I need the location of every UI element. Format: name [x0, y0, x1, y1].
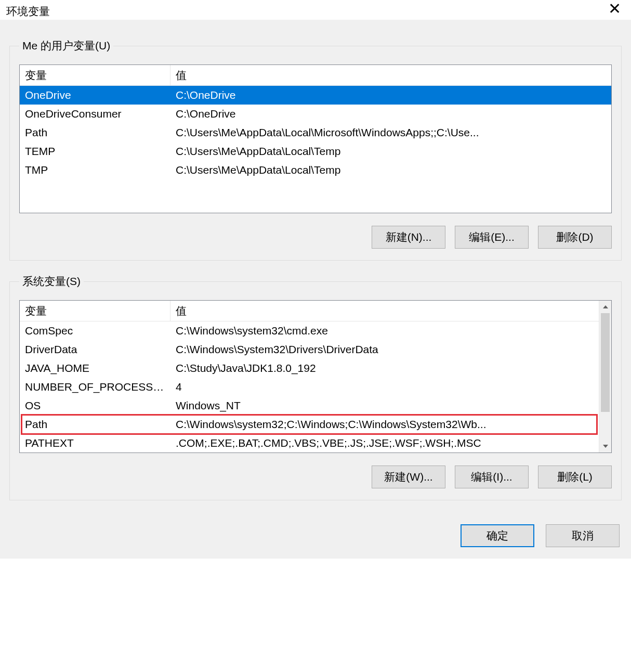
table-row[interactable]: NUMBER_OF_PROCESSORS4 — [20, 378, 599, 396]
ok-button[interactable]: 确定 — [461, 524, 534, 547]
cancel-button[interactable]: 取消 — [546, 524, 620, 547]
cell-value: C:\OneDrive — [170, 87, 611, 104]
table-row[interactable]: DriverDataC:\Windows\System32\Drivers\Dr… — [20, 340, 599, 359]
cell-value: .COM;.EXE;.BAT;.CMD;.VBS;.VBE;.JS;.JSE;.… — [170, 435, 599, 451]
env-vars-dialog: 环境变量 ✕ Me 的用户变量(U) 变量 值 OneDriveC:\OneDr… — [0, 0, 631, 559]
cell-variable: OS — [20, 397, 170, 414]
cell-variable: JAVA_HOME — [20, 360, 170, 377]
cell-variable: PATHEXT — [20, 435, 170, 451]
user-vars-list[interactable]: 变量 值 OneDriveC:\OneDriveOneDriveConsumer… — [19, 64, 612, 213]
user-vars-button-row: 新建(N)... 编辑(E)... 删除(D) — [19, 226, 612, 249]
col-header-value[interactable]: 值 — [170, 301, 599, 321]
window-title: 环境变量 — [6, 3, 50, 19]
user-delete-button[interactable]: 删除(D) — [538, 226, 612, 249]
system-vars-list[interactable]: 变量 值 ComSpecC:\Windows\system32\cmd.exeD… — [19, 300, 612, 453]
table-row[interactable]: TMPC:\Users\Me\AppData\Local\Temp — [20, 161, 611, 179]
cell-variable: ComSpec — [20, 322, 170, 339]
system-vars-group: 系统变量(S) 变量 值 ComSpecC:\Windows\system32\… — [9, 274, 622, 500]
table-row[interactable]: JAVA_HOMEC:\Study\Java\JDK1.8.0_192 — [20, 359, 599, 378]
table-row[interactable]: OneDriveConsumerC:\OneDrive — [20, 105, 611, 123]
system-edit-button[interactable]: 编辑(I)... — [455, 466, 529, 488]
col-header-value[interactable]: 值 — [170, 65, 611, 85]
cell-variable: Path — [20, 124, 170, 141]
table-row[interactable]: OneDriveC:\OneDrive — [20, 86, 611, 105]
cell-value: C:\OneDrive — [170, 106, 611, 122]
col-header-variable[interactable]: 变量 — [20, 301, 170, 321]
system-new-button[interactable]: 新建(W)... — [372, 466, 445, 488]
cell-variable: Path — [20, 416, 170, 433]
content-area: Me 的用户变量(U) 变量 值 OneDriveC:\OneDriveOneD… — [0, 20, 631, 559]
scroll-track[interactable] — [599, 313, 611, 440]
table-row[interactable]: PATHEXT.COM;.EXE;.BAT;.CMD;.VBS;.VBE;.JS… — [20, 434, 599, 453]
table-row[interactable]: PathC:\Windows\system32;C:\Windows;C:\Wi… — [20, 415, 599, 434]
user-vars-header-row: 变量 值 — [20, 65, 611, 86]
cell-value: Windows_NT — [170, 397, 599, 414]
user-vars-legend: Me 的用户变量(U) — [19, 38, 113, 53]
cell-variable: OneDrive — [20, 87, 170, 104]
col-header-variable[interactable]: 变量 — [20, 65, 170, 85]
titlebar: 环境变量 ✕ — [0, 0, 631, 20]
table-row[interactable]: PathC:\Users\Me\AppData\Local\Microsoft\… — [20, 123, 611, 142]
cell-value: C:\Windows\system32;C:\Windows;C:\Window… — [170, 416, 599, 433]
table-row[interactable]: OSWindows_NT — [20, 396, 599, 415]
user-vars-group: Me 的用户变量(U) 变量 值 OneDriveC:\OneDriveOneD… — [9, 38, 622, 261]
cell-variable: TEMP — [20, 143, 170, 160]
user-new-button[interactable]: 新建(N)... — [372, 226, 445, 249]
table-row[interactable]: TEMPC:\Users\Me\AppData\Local\Temp — [20, 142, 611, 161]
close-icon[interactable]: ✕ — [604, 3, 625, 15]
cell-variable: DriverData — [20, 341, 170, 358]
cell-value: C:\Windows\System32\Drivers\DriverData — [170, 341, 599, 358]
cell-variable: NUMBER_OF_PROCESSORS — [20, 379, 170, 395]
cell-value: C:\Users\Me\AppData\Local\Microsoft\Wind… — [170, 124, 611, 141]
system-delete-button[interactable]: 删除(L) — [538, 466, 612, 488]
scroll-up-icon[interactable] — [599, 301, 611, 313]
cell-variable: TMP — [20, 162, 170, 178]
system-vars-button-row: 新建(W)... 编辑(I)... 删除(L) — [19, 466, 612, 488]
user-vars-list-filler — [20, 179, 611, 213]
cell-value: C:\Users\Me\AppData\Local\Temp — [170, 162, 611, 178]
system-vars-scrollbar[interactable] — [599, 301, 611, 453]
dialog-footer: 确定 取消 — [9, 524, 622, 547]
scroll-thumb[interactable] — [601, 313, 610, 412]
scroll-down-icon[interactable] — [599, 440, 611, 453]
system-vars-header-row: 变量 值 — [20, 301, 599, 321]
cell-value: C:\Windows\system32\cmd.exe — [170, 322, 599, 339]
cell-value: C:\Study\Java\JDK1.8.0_192 — [170, 360, 599, 377]
cell-variable: OneDriveConsumer — [20, 106, 170, 122]
cell-value: C:\Users\Me\AppData\Local\Temp — [170, 143, 611, 160]
system-vars-legend: 系统变量(S) — [19, 274, 84, 289]
table-row[interactable]: ComSpecC:\Windows\system32\cmd.exe — [20, 321, 599, 340]
user-edit-button[interactable]: 编辑(E)... — [455, 226, 529, 249]
cell-value: 4 — [170, 379, 599, 395]
